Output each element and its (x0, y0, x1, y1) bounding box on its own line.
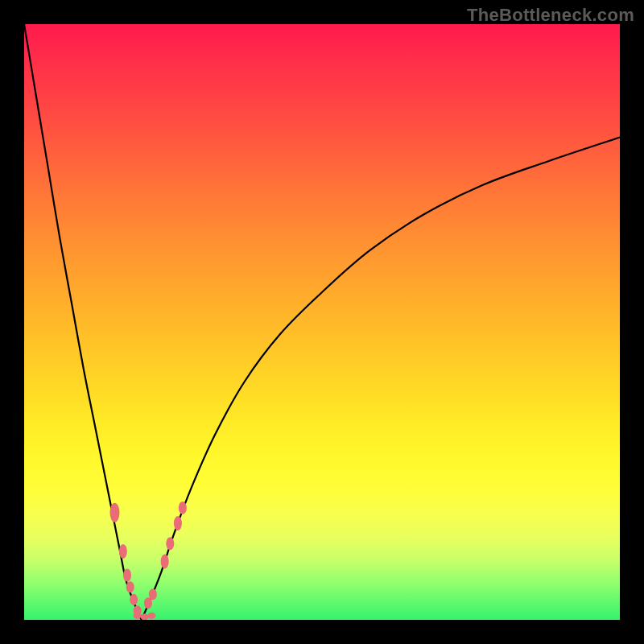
watermark-text: TheBottleneck.com (467, 5, 634, 26)
plot-area (24, 24, 620, 620)
marker-left-1 (119, 544, 127, 559)
chart-frame: TheBottleneck.com (0, 0, 644, 644)
marker-left-4 (130, 594, 138, 605)
chart-svg (24, 24, 620, 620)
marker-left-0 (109, 503, 119, 522)
marker-right-5 (179, 502, 187, 514)
marker-left-3 (126, 581, 134, 592)
marker-left-2 (123, 569, 131, 582)
marker-right-1 (149, 588, 157, 600)
marker-right-2 (161, 554, 169, 568)
marker-right-0 (144, 597, 152, 609)
marker-bottom-0 (134, 613, 142, 619)
marker-bottom-1 (140, 613, 148, 620)
right-curve (142, 138, 620, 620)
marker-bottom-2 (147, 613, 155, 619)
marker-right-3 (166, 537, 174, 550)
marker-right-4 (174, 516, 182, 530)
left-curve (24, 24, 142, 620)
